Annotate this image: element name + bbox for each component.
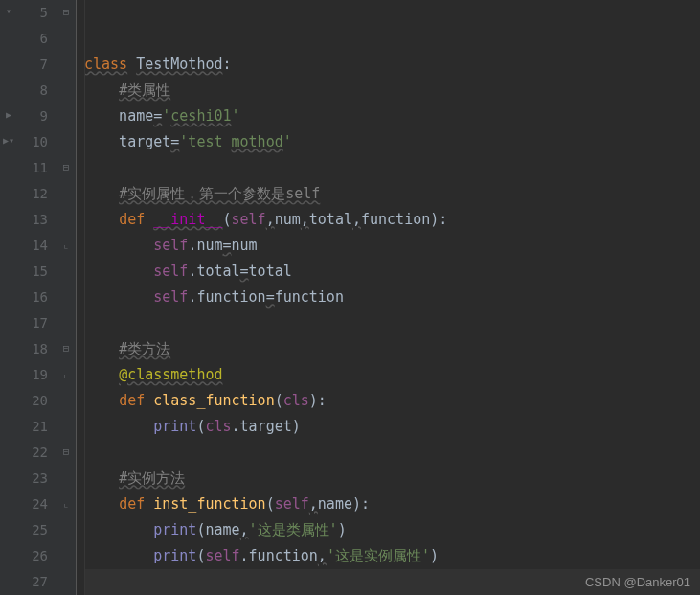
indent-guide <box>84 0 85 595</box>
code-token: , <box>318 547 327 564</box>
code-token: .function <box>188 288 265 306</box>
line-number: 23 <box>17 466 48 492</box>
code-line[interactable]: self.function=function <box>84 285 700 310</box>
code-token: self <box>205 547 239 564</box>
code-line[interactable]: self.total=total <box>84 259 700 285</box>
code-line[interactable]: #类属性 <box>84 78 700 103</box>
line-number: 19 <box>17 362 48 388</box>
fold-start-icon[interactable]: ⊟ <box>60 446 72 458</box>
code-token <box>84 366 119 383</box>
line-number: 17 <box>17 310 48 336</box>
line-number: 10 <box>17 129 48 155</box>
code-line[interactable] <box>84 155 700 181</box>
line-number: 11 <box>17 155 48 181</box>
code-token: ( <box>223 211 232 228</box>
line-number: 21 <box>17 414 48 440</box>
code-token <box>84 211 119 228</box>
code-line[interactable]: #类方法 <box>84 336 700 362</box>
code-token: , <box>301 211 309 228</box>
line-number: 14 <box>17 233 48 259</box>
code-token <box>84 288 153 306</box>
code-line[interactable]: def inst_function(self,name): <box>84 492 700 517</box>
code-token <box>145 211 153 228</box>
fold-end-icon[interactable]: ⌞ <box>60 369 72 380</box>
code-token: self <box>275 495 309 513</box>
code-line[interactable]: name='ceshi01' <box>84 103 700 129</box>
code-line[interactable]: #实例属性，第一个参数是self <box>84 181 700 207</box>
code-token: = <box>223 237 232 254</box>
line-number: 6 <box>17 26 48 52</box>
code-token: '这是实例属性' <box>327 547 430 564</box>
gutter-line-numbers: 5678910111213141516171819202122232425262… <box>17 0 57 595</box>
gutter-fold[interactable]: ⊟⊟⌞⊟⌞⊟⌞ <box>57 0 77 595</box>
code-token: self <box>153 263 188 280</box>
code-token: mothod <box>232 133 283 150</box>
code-line[interactable]: class TestMothod: <box>84 52 700 78</box>
code-token: 'test <box>179 133 231 150</box>
code-token <box>145 392 153 409</box>
code-token: __init__ <box>153 211 222 228</box>
fold-start-icon[interactable]: ⊟ <box>60 343 72 355</box>
code-token: target <box>84 133 170 150</box>
code-token: = <box>240 263 249 280</box>
line-number: 5 <box>17 0 48 26</box>
code-token <box>84 521 153 538</box>
code-token: name <box>84 107 153 125</box>
code-line[interactable]: #实例方法 <box>84 466 700 492</box>
line-number: 22 <box>17 440 48 466</box>
code-editor[interactable]: ▾▶▶▾ 56789101112131415161718192021222324… <box>0 0 700 595</box>
code-token: .function <box>240 547 318 564</box>
code-token <box>84 185 119 202</box>
code-token: , <box>309 495 318 513</box>
code-token <box>84 340 119 357</box>
line-number: 12 <box>17 181 48 207</box>
code-token: num <box>275 211 301 228</box>
code-token: ): <box>309 392 327 409</box>
code-line[interactable]: print(cls.target) <box>84 414 700 440</box>
code-token: .total <box>188 263 239 280</box>
code-token: , <box>240 521 249 538</box>
fold-end-icon[interactable]: ⌞ <box>60 240 72 251</box>
code-line[interactable]: print(self.function,'这是实例属性') <box>84 543 700 569</box>
code-token: ' <box>162 107 170 125</box>
code-line[interactable]: self.num=num <box>84 233 700 259</box>
line-number: 24 <box>17 492 48 517</box>
line-number: 27 <box>17 569 48 595</box>
code-line[interactable]: def __init__(self,num,total,function): <box>84 207 700 233</box>
code-token: total <box>309 211 352 228</box>
code-line[interactable]: target='test mothod' <box>84 129 700 155</box>
code-token: #类属性 <box>119 81 170 99</box>
fold-start-icon[interactable]: ⊟ <box>60 7 72 18</box>
code-token: class_function <box>153 392 274 409</box>
code-line[interactable]: @classmethod <box>84 362 700 388</box>
code-token: print <box>153 521 196 538</box>
gutter-markers: ▾▶▶▾ <box>0 0 17 595</box>
line-number: 20 <box>17 388 48 414</box>
code-token: = <box>170 133 179 150</box>
code-line[interactable] <box>84 310 700 336</box>
line-number: 8 <box>17 78 48 103</box>
code-token: TestMothod <box>136 56 222 73</box>
code-token: class <box>84 56 127 73</box>
line-number: 15 <box>17 259 48 285</box>
code-area[interactable]: class TestMothod: #类属性 name='ceshi01' ta… <box>77 0 700 595</box>
code-token: .target) <box>232 418 301 435</box>
fold-end-icon[interactable]: ⌞ <box>60 498 72 510</box>
code-line[interactable]: def class_function(cls): <box>84 388 700 414</box>
code-token: ( <box>266 495 275 513</box>
code-token <box>145 495 153 513</box>
code-token: ) <box>338 521 347 538</box>
code-token: ' <box>232 107 240 125</box>
code-token: #类方法 <box>119 340 170 357</box>
code-line[interactable]: print(name,'这是类属性') <box>84 517 700 543</box>
code-token <box>84 263 153 280</box>
code-token: .num <box>188 237 222 254</box>
code-token: num <box>232 237 258 254</box>
fold-start-icon[interactable]: ⊟ <box>60 162 72 173</box>
line-number: 18 <box>17 336 48 362</box>
code-token <box>84 547 153 564</box>
code-line[interactable] <box>84 440 700 466</box>
line-number: 26 <box>17 543 48 569</box>
code-token: ' <box>283 133 292 150</box>
code-token: name): <box>318 495 370 513</box>
